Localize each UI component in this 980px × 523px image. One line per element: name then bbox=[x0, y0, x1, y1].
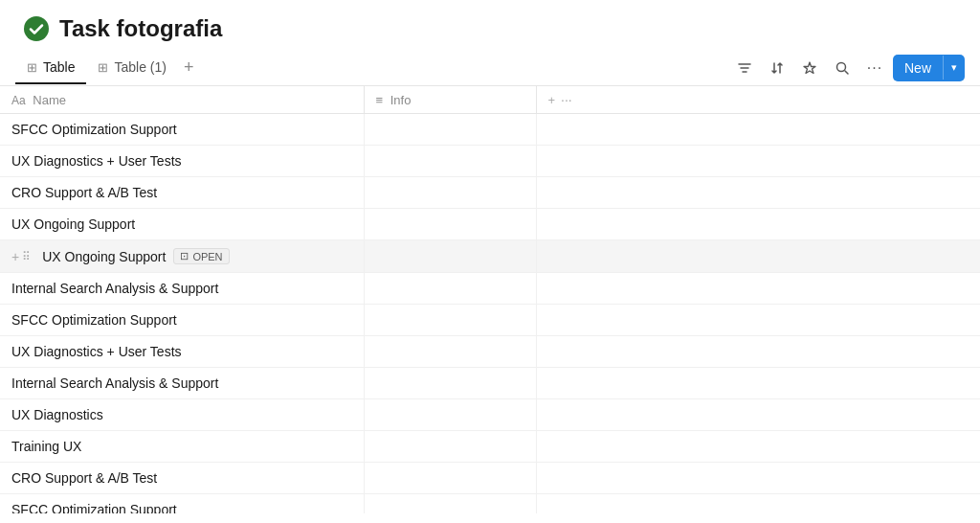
row-name-text: Internal Search Analysis & Support bbox=[11, 375, 218, 391]
page-header: Task fotografia bbox=[0, 0, 980, 50]
add-col-icon[interactable]: + bbox=[548, 93, 556, 107]
cell-name[interactable]: CRO Support & A/B Test bbox=[0, 177, 364, 209]
cell-name[interactable]: SFCC Optimization Support bbox=[0, 305, 364, 336]
cell-info bbox=[364, 273, 536, 305]
new-button-label: New bbox=[893, 55, 943, 81]
tab-table2[interactable]: ⊞ Table (1) bbox=[86, 52, 177, 84]
row-name-text: SFCC Optimization Support bbox=[11, 312, 177, 328]
toolbar-actions: ··· New ▾ bbox=[730, 54, 965, 82]
cell-info bbox=[364, 240, 536, 273]
cell-extra bbox=[536, 305, 980, 336]
row-name-text: SFCC Optimization Support bbox=[11, 122, 177, 137]
table-row: UX Ongoing Support bbox=[0, 209, 980, 240]
cell-extra bbox=[536, 368, 980, 399]
main-table: Aa Name ≡ Info + ··· SFCC Optimization S… bbox=[0, 86, 980, 513]
table-container: Aa Name ≡ Info + ··· SFCC Optimization S… bbox=[0, 86, 980, 513]
cell-name[interactable]: Internal Search Analysis & Support bbox=[0, 273, 364, 305]
cell-info bbox=[364, 177, 536, 209]
row-name-text: UX Ongoing Support bbox=[42, 249, 166, 264]
search-button[interactable] bbox=[828, 54, 857, 82]
new-button-caret[interactable]: ▾ bbox=[943, 56, 965, 80]
svg-point-0 bbox=[24, 16, 49, 41]
lines-icon: ≡ bbox=[376, 93, 384, 107]
cell-info bbox=[364, 336, 536, 368]
svg-point-1 bbox=[836, 62, 845, 71]
cell-extra bbox=[536, 463, 980, 494]
cell-name[interactable]: +⠿UX Ongoing Support⊡OPEN bbox=[0, 240, 364, 273]
table-row: Internal Search Analysis & Support bbox=[0, 368, 980, 399]
cell-extra bbox=[536, 336, 980, 368]
more-dots-icon: ··· bbox=[867, 59, 882, 77]
row-name-text: UX Diagnostics + User Tests bbox=[11, 153, 182, 169]
cell-extra bbox=[536, 494, 980, 514]
new-button[interactable]: New ▾ bbox=[893, 55, 965, 81]
tab-table1[interactable]: ⊞ Table bbox=[15, 52, 86, 84]
cell-info bbox=[364, 494, 536, 514]
col-header-info: ≡ Info bbox=[364, 86, 536, 114]
table-row: SFCC Optimization Support bbox=[0, 305, 980, 336]
table-row: Training UX bbox=[0, 431, 980, 463]
tab-bar: ⊞ Table ⊞ Table (1) + ··· New ▾ bbox=[0, 50, 980, 86]
cell-extra bbox=[536, 114, 980, 146]
cell-name[interactable]: UX Diagnostics + User Tests bbox=[0, 146, 364, 177]
cell-info bbox=[364, 399, 536, 431]
sort-button[interactable] bbox=[763, 54, 791, 82]
cell-name[interactable]: CRO Support & A/B Test bbox=[0, 463, 364, 494]
more-button[interactable]: ··· bbox=[860, 54, 889, 82]
table-header: Aa Name ≡ Info + ··· bbox=[0, 86, 980, 114]
table-icon: ⊞ bbox=[27, 60, 37, 75]
open-badge[interactable]: ⊡OPEN bbox=[173, 248, 229, 264]
open-badge-icon: ⊡ bbox=[180, 250, 189, 262]
cell-extra bbox=[536, 177, 980, 209]
row-name-text: CRO Support & A/B Test bbox=[11, 470, 157, 486]
cell-info bbox=[364, 146, 536, 177]
col-header-extra: + ··· bbox=[536, 86, 980, 114]
cell-name[interactable]: UX Diagnostics + User Tests bbox=[0, 336, 364, 368]
cell-extra bbox=[536, 240, 980, 273]
row-name-text: CRO Support & A/B Test bbox=[11, 185, 157, 200]
table-row: Internal Search Analysis & Support bbox=[0, 273, 980, 305]
add-view-button[interactable]: + bbox=[178, 50, 200, 85]
cell-name[interactable]: UX Ongoing Support bbox=[0, 209, 364, 240]
drag-icon[interactable]: ⠿ bbox=[22, 250, 31, 263]
cell-extra bbox=[536, 273, 980, 305]
table-row: CRO Support & A/B Test bbox=[0, 463, 980, 494]
row-name-text: UX Diagnostics + User Tests bbox=[11, 344, 182, 359]
cell-name[interactable]: UX Diagnostics bbox=[0, 399, 364, 431]
cell-info bbox=[364, 463, 536, 494]
tab-table1-label: Table bbox=[43, 59, 75, 75]
row-name-text: Internal Search Analysis & Support bbox=[11, 281, 218, 296]
table-row: +⠿UX Ongoing Support⊡OPEN bbox=[0, 240, 980, 273]
cell-info bbox=[364, 209, 536, 240]
cell-info bbox=[364, 114, 536, 146]
col-name-label: Name bbox=[33, 93, 66, 107]
col-header-name: Aa Name bbox=[0, 86, 364, 114]
filter-button[interactable] bbox=[730, 54, 759, 82]
cell-info bbox=[364, 305, 536, 336]
table-row: UX Diagnostics + User Tests bbox=[0, 146, 980, 177]
table-row: UX Diagnostics + User Tests bbox=[0, 336, 980, 368]
table-body: SFCC Optimization SupportUX Diagnostics … bbox=[0, 114, 980, 514]
tab-table2-label: Table (1) bbox=[114, 59, 166, 75]
table2-icon: ⊞ bbox=[98, 60, 108, 75]
row-name-text: Training UX bbox=[11, 439, 81, 454]
col-info-label: Info bbox=[390, 93, 412, 107]
cell-name[interactable]: Internal Search Analysis & Support bbox=[0, 368, 364, 399]
cell-info bbox=[364, 368, 536, 399]
page-title: Task fotografia bbox=[59, 15, 222, 42]
table-row: UX Diagnostics bbox=[0, 399, 980, 431]
cell-name[interactable]: Training UX bbox=[0, 431, 364, 463]
row-actions: +⠿ bbox=[11, 249, 31, 264]
row-name-text: UX Diagnostics bbox=[11, 407, 103, 422]
cell-extra bbox=[536, 146, 980, 177]
automation-button[interactable] bbox=[795, 54, 824, 82]
cell-name[interactable]: SFCC Optimization Support bbox=[0, 494, 364, 514]
aa-icon: Aa bbox=[11, 94, 26, 107]
table-row: SFCC Optimization Support bbox=[0, 494, 980, 514]
row-name-text: SFCC Optimization Support bbox=[11, 502, 177, 513]
add-row-icon[interactable]: + bbox=[11, 249, 19, 264]
table-row: SFCC Optimization Support bbox=[0, 114, 980, 146]
more-col-icon[interactable]: ··· bbox=[561, 92, 572, 107]
cell-name[interactable]: SFCC Optimization Support bbox=[0, 114, 364, 146]
table-row: CRO Support & A/B Test bbox=[0, 177, 980, 209]
